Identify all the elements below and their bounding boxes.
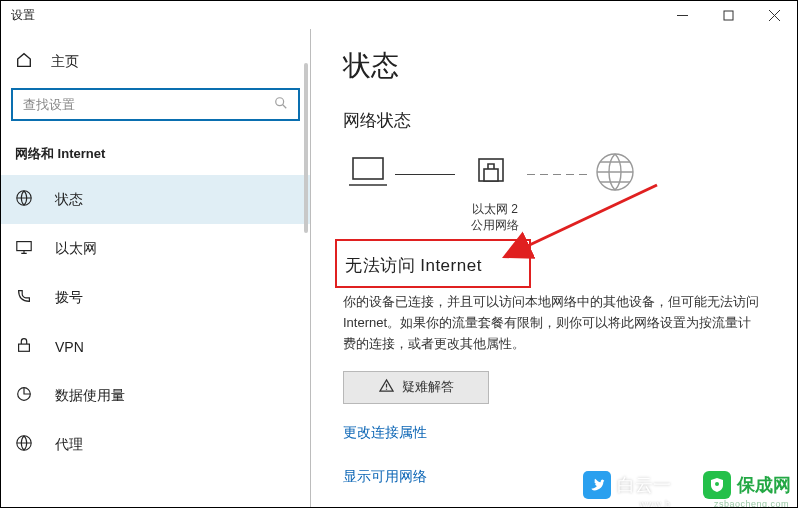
minimize-button[interactable] xyxy=(659,1,705,29)
nav-item-data-usage[interactable]: 数据使用量 xyxy=(1,371,310,420)
warning-icon xyxy=(379,378,394,396)
adapter-name: 以太网 2 xyxy=(465,202,525,218)
nav-item-label: 拨号 xyxy=(55,289,83,307)
internet-globe-icon xyxy=(593,150,637,198)
svg-rect-0 xyxy=(724,11,733,20)
nav-item-vpn[interactable]: VPN xyxy=(1,322,310,371)
watermark-a: 白云一 xyxy=(583,471,671,499)
svg-rect-9 xyxy=(484,169,498,181)
svg-point-1 xyxy=(276,98,284,106)
link-change-connection-properties[interactable]: 更改连接属性 xyxy=(343,424,769,442)
watermark-b: 保成网 xyxy=(703,471,791,499)
connection-line-dashed xyxy=(527,174,587,175)
scrollbar-thumb[interactable] xyxy=(304,63,308,233)
phone-icon xyxy=(15,287,33,308)
monitor-icon xyxy=(15,238,33,259)
home-label: 主页 xyxy=(51,53,79,71)
lock-icon xyxy=(15,336,33,357)
nav-item-dialup[interactable]: 拨号 xyxy=(1,273,310,322)
sidebar: 主页 查找设置 网络和 Internet 状态 以太网 拨号 xyxy=(1,29,311,507)
nav-item-label: 以太网 xyxy=(55,240,97,258)
adapter-type: 公用网络 xyxy=(465,218,525,234)
bird-icon xyxy=(583,471,611,499)
page-title: 状态 xyxy=(343,47,769,85)
watermark-a-sub: www.b xyxy=(639,499,671,508)
pie-icon xyxy=(15,385,33,406)
nav-item-label: VPN xyxy=(55,339,84,355)
svg-rect-3 xyxy=(17,242,31,251)
nav-item-proxy[interactable]: 代理 xyxy=(1,420,310,469)
watermark-b-text: 保成网 xyxy=(737,473,791,497)
scrollbar[interactable] xyxy=(304,29,308,507)
search-placeholder: 查找设置 xyxy=(23,96,75,114)
content-pane: 状态 网络状态 以太网 2 公用网络 无法访问 Internet xyxy=(311,29,797,507)
troubleshoot-button[interactable]: 疑难解答 xyxy=(343,371,489,404)
category-header: 网络和 Internet xyxy=(1,139,310,175)
annotation-highlight-box: 无法访问 Internet xyxy=(335,239,531,288)
search-icon xyxy=(274,96,288,113)
watermark-a-text: 白云一 xyxy=(617,473,671,497)
svg-point-12 xyxy=(715,482,719,486)
watermark-b-sub: zsbaocheng.com xyxy=(714,499,789,508)
nav-item-label: 代理 xyxy=(55,436,83,454)
ethernet-port-icon xyxy=(476,155,506,193)
globe-icon xyxy=(15,434,33,455)
nav-item-status[interactable]: 状态 xyxy=(1,175,310,224)
status-description: 你的设备已连接，并且可以访问本地网络中的其他设备，但可能无法访问 Interne… xyxy=(343,292,763,354)
connection-line-solid xyxy=(395,174,455,175)
close-button[interactable] xyxy=(751,1,797,29)
maximize-button[interactable] xyxy=(705,1,751,29)
window-title: 设置 xyxy=(11,7,35,24)
nav-item-label: 状态 xyxy=(55,191,83,209)
status-message: 无法访问 Internet xyxy=(337,254,529,277)
home-nav-item[interactable]: 主页 xyxy=(1,39,310,86)
adapter-label: 以太网 2 公用网络 xyxy=(465,202,525,233)
home-icon xyxy=(15,51,33,72)
troubleshoot-label: 疑难解答 xyxy=(402,378,454,396)
laptop-icon xyxy=(347,155,389,193)
search-input[interactable]: 查找设置 xyxy=(11,88,300,121)
nav-item-label: 数据使用量 xyxy=(55,387,125,405)
shield-icon xyxy=(703,471,731,499)
network-diagram xyxy=(347,150,769,198)
svg-rect-4 xyxy=(19,344,30,351)
section-title: 网络状态 xyxy=(343,109,769,132)
nav-item-ethernet[interactable]: 以太网 xyxy=(1,224,310,273)
globe-icon xyxy=(15,189,33,210)
svg-rect-7 xyxy=(353,158,383,179)
